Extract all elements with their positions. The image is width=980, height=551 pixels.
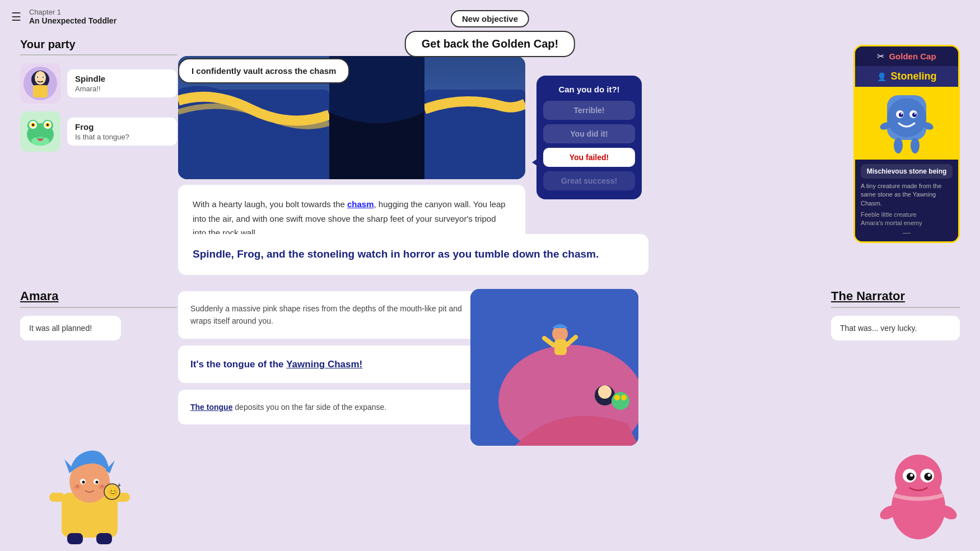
svg-rect-46 [67, 533, 83, 544]
svg-point-63 [552, 326, 568, 342]
party-member-frog: Frog Is that a tongue? [20, 111, 177, 152]
card-sub-title: Stoneling [891, 71, 937, 82]
story-box2-link[interactable]: Yawning Chasm! [286, 359, 362, 370]
bold-narrative: Spindle, Frog, and the stoneling watch i… [178, 234, 648, 275]
svg-point-32 [894, 138, 903, 153]
svg-rect-44 [49, 493, 65, 502]
svg-point-68 [598, 385, 612, 399]
scene2-illustration [470, 289, 638, 446]
party-title: Your party [20, 38, 177, 55]
card-details: Mischievous stone being A tiny creature … [855, 160, 958, 241]
card-name-badge: Mischievous stone being [861, 164, 953, 179]
story-box-3: The tongue deposits you on the far side … [178, 390, 480, 424]
card-header: ✂ Golden Cap [855, 46, 958, 66]
narrative-text-before: With a hearty laugh, you bolt towards th… [193, 199, 347, 209]
frog-quote: Is that a tongue? [75, 133, 169, 141]
card-image-area [855, 87, 958, 160]
party-member-spindle: Spindle Amara!! [20, 63, 177, 104]
narrator-speech: That was... very lucky. [831, 316, 960, 340]
svg-point-57 [910, 474, 913, 477]
spindle-svg [21, 64, 60, 103]
chapter-label: Chapter 1 [29, 8, 116, 16]
objective-text: Get back the Golden Cap! [405, 31, 575, 57]
svg-point-23 [887, 98, 926, 137]
svg-point-33 [911, 138, 920, 153]
bottom-story: Suddenly a massive pink shape rises from… [178, 291, 480, 431]
svg-point-16 [46, 124, 49, 126]
svg-text:😊: 😊 [108, 487, 118, 497]
story-box2-prefix: It's the tongue of the [190, 359, 286, 370]
svg-point-29 [914, 113, 916, 115]
card-sub-icon: 👤 [877, 72, 886, 81]
spindle-avatar [20, 63, 60, 104]
svg-point-56 [925, 473, 932, 480]
svg-rect-64 [554, 339, 567, 355]
objective-label: New objective [451, 10, 529, 27]
card-header-title: Golden Cap [889, 52, 936, 61]
amara-character: ✕ ✕ 😊 + [45, 437, 134, 551]
spindle-quote: Amara!! [75, 85, 169, 93]
svg-point-58 [928, 474, 931, 477]
amara-section: Amara It was all planned! [20, 289, 177, 346]
card-sub-header: 👤 Stoneling [855, 66, 958, 87]
svg-point-55 [907, 473, 914, 480]
card-header-icon: ✂ [877, 51, 884, 62]
skill-option-great-success: Great success! [543, 171, 635, 190]
svg-text:+: + [118, 482, 121, 488]
frog-name: Frog [75, 122, 169, 132]
frog-info: Frog Is that a tongue? [67, 118, 177, 146]
svg-point-39 [96, 481, 99, 484]
story-box-2: It's the tongue of the Yawning Chasm! [178, 345, 480, 383]
story-box-1: Suddenly a massive pink shape rises from… [178, 291, 480, 339]
svg-point-70 [614, 395, 620, 400]
skill-option-terrible: Terrible! [543, 101, 635, 120]
speech-bubble: I confidently vault across the chasm [178, 58, 349, 83]
chapter-subtitle: An Unexpected Toddler [29, 16, 116, 25]
amara-title: Amara [20, 289, 177, 308]
frog-svg [21, 112, 60, 151]
svg-rect-2 [33, 85, 48, 97]
amara-svg: ✕ ✕ 😊 + [45, 437, 134, 549]
frog-avatar [20, 111, 60, 152]
svg-point-6 [37, 77, 38, 78]
narrator-title: The Narrator [831, 289, 960, 308]
story-box3-text: deposits you on the far side of the expa… [232, 403, 386, 412]
scene2-svg [470, 289, 638, 446]
objective-banner: New objective Get back the Golden Cap! [405, 10, 575, 57]
svg-point-69 [612, 392, 629, 410]
golden-cap-card: ✂ Golden Cap 👤 Stoneling Mischi [853, 45, 960, 243]
menu-icon[interactable]: ☰ [11, 10, 21, 24]
svg-text:✕: ✕ [100, 483, 104, 489]
skill-option-you-did-it: You did it! [543, 124, 635, 143]
stoneling-svg [873, 90, 940, 157]
svg-point-52 [895, 455, 942, 502]
svg-point-28 [901, 113, 903, 115]
skill-check-title: Can you do it?! [558, 85, 619, 94]
party-panel: Your party Spindle Amara!! [20, 38, 177, 152]
card-tag2: Amara's mortal enemy [861, 220, 953, 226]
narrative-chasm-link[interactable]: chasm [347, 199, 374, 209]
svg-rect-47 [96, 533, 112, 544]
spindle-info: Spindle Amara!! [67, 69, 177, 97]
narrator-character [879, 437, 958, 551]
spindle-name: Spindle [75, 74, 169, 83]
narrator-section: The Narrator That was... very lucky. [831, 289, 960, 340]
top-bar: ☰ Chapter 1 An Unexpected Toddler [0, 0, 128, 33]
svg-point-38 [82, 481, 85, 484]
narrator-svg [879, 437, 958, 549]
card-description: A tiny creature made from the same stone… [861, 182, 953, 208]
amara-speech: It was all planned! [20, 316, 121, 340]
chapter-info: Chapter 1 An Unexpected Toddler [29, 8, 116, 25]
svg-point-15 [32, 124, 34, 126]
card-tag1: Feeble little creature [861, 211, 953, 218]
skill-option-you-failed: You failed! [543, 148, 635, 167]
card-dots: — [861, 228, 953, 237]
story-box3-tongue-link[interactable]: The tongue [190, 403, 232, 412]
skill-check-panel: Can you do it?! Terrible! You did it! Yo… [536, 76, 642, 199]
svg-text:✕: ✕ [75, 483, 80, 489]
svg-point-71 [621, 395, 627, 400]
svg-point-7 [43, 77, 44, 78]
